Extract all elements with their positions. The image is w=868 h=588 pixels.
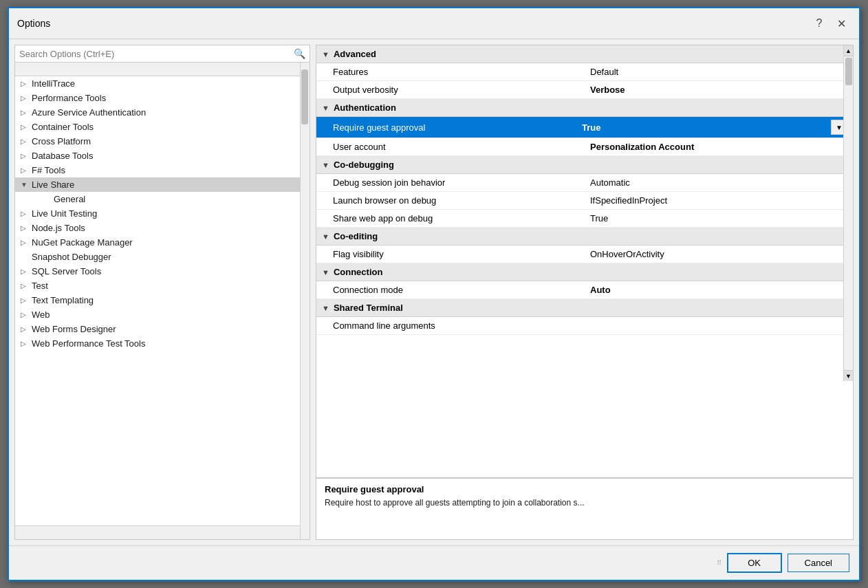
tree-scrollbar-thumb[interactable] [301,69,308,124]
collapse-icon-advanced: ▼ [322,50,329,58]
search-icon: 🔍 [294,48,305,59]
tree-item-label-live-unit-testing: Live Unit Testing [32,208,97,219]
tree-expand-icon-azure-service-auth: ▷ [21,109,32,116]
tree-item-fsharp-tools[interactable]: ▷F# Tools [15,163,310,177]
tree-expand-icon-nodejs-tools: ▷ [21,224,32,232]
collapse-icon-co-debugging: ▼ [322,161,329,169]
tree-item-performance-tools[interactable]: ▷Performance Tools [15,91,310,105]
tree-item-snapshot-debugger[interactable]: Snapshot Debugger [15,250,310,264]
cancel-button[interactable]: Cancel [788,554,849,572]
setting-label-share-web-app: Share web app on debug [333,213,590,224]
tree-item-label-azure-service-auth: Azure Service Authentication [32,107,146,118]
tree-expand-icon-text-templating: ▷ [21,296,32,304]
section-header-authentication[interactable]: ▼Authentication [316,99,853,117]
tree-expand-icon-intellitrace: ▷ [21,80,32,87]
setting-row-launch-browser[interactable]: Launch browser on debugIfSpecifiedInProj… [316,192,853,210]
setting-row-output-verbosity[interactable]: Output verbosityVerbose [316,81,853,99]
tree-item-test[interactable]: ▷Test [15,279,310,293]
setting-row-command-line-args[interactable]: Command line arguments [316,317,853,335]
right-scrollbar-thumb[interactable] [845,58,852,85]
tree-item-web-forms-designer[interactable]: ▷Web Forms Designer [15,322,310,336]
help-button[interactable]: ? [810,14,829,33]
section-label-connection: Connection [334,267,383,277]
search-input[interactable] [19,49,294,59]
dialog-title: Options [17,18,50,29]
tree-item-cross-platform[interactable]: ▷Cross Platform [15,134,310,149]
setting-value-require-guest-approval: True [582,122,831,133]
tree-expand-icon-web-performance-test-tools: ▷ [21,340,32,347]
tree-item-label-performance-tools: Performance Tools [32,93,106,103]
tree-expand-icon-fsharp-tools: ▷ [21,166,32,174]
tree-item-label-sql-server-tools: SQL Server Tools [32,266,101,276]
main-content: 🔍 ▲ ▷IntelliTrace▷Performance Tools▷Azur… [9,39,859,545]
left-panel: 🔍 ▲ ▷IntelliTrace▷Performance Tools▷Azur… [14,45,310,540]
setting-label-connection-mode: Connection mode [333,285,590,295]
tree-item-web[interactable]: ▷Web [15,307,310,322]
bottom-bar: ⠿ OK Cancel [9,545,859,580]
tree-item-label-intellitrace: IntelliTrace [32,78,75,89]
description-title: Require guest approval [325,484,845,494]
tree-item-azure-service-auth[interactable]: ▷Azure Service Authentication [15,105,310,120]
setting-value-connection-mode: Auto [590,285,847,295]
tree-item-database-tools[interactable]: ▷Database Tools [15,149,310,163]
setting-row-flag-visibility[interactable]: Flag visibilityOnHoverOrActivity [316,246,853,263]
tree-item-intellitrace[interactable]: ▷IntelliTrace [15,76,310,91]
setting-value-flag-visibility: OnHoverOrActivity [590,249,847,259]
tree-item-label-text-templating: Text Templating [32,295,94,305]
tree-item-label-live-share-general: General [54,194,85,204]
tree-item-live-share-general[interactable]: General [15,192,310,206]
section-label-advanced: Advanced [334,49,376,59]
setting-row-require-guest-approval[interactable]: Require guest approvalTrue▼ [316,117,853,138]
section-label-shared-terminal: Shared Terminal [334,303,403,313]
tree-item-label-database-tools: Database Tools [32,151,93,161]
setting-row-user-account[interactable]: User accountPersonalization Account [316,138,853,156]
section-header-co-editing[interactable]: ▼Co-editing [316,228,853,246]
collapse-icon-co-editing: ▼ [322,232,329,241]
setting-row-features[interactable]: FeaturesDefault [316,63,853,81]
setting-label-features: Features [333,67,590,77]
section-label-authentication: Authentication [334,102,396,113]
setting-row-share-web-app[interactable]: Share web app on debugTrue [316,210,853,228]
section-header-co-debugging[interactable]: ▼Co-debugging [316,156,853,174]
tree-item-sql-server-tools[interactable]: ▷SQL Server Tools [15,264,310,279]
tree-item-label-container-tools: Container Tools [32,122,94,132]
tree-expand-icon-web: ▷ [21,311,32,318]
settings-area: ▼AdvancedFeaturesDefaultOutput verbosity… [316,45,853,477]
ok-button[interactable]: OK [727,553,782,573]
setting-row-connection-mode[interactable]: Connection modeAuto [316,281,853,299]
tree-expand-icon-performance-tools: ▷ [21,94,32,102]
section-header-connection[interactable]: ▼Connection [316,263,853,281]
tree-item-live-share[interactable]: ▼Live Share [15,177,310,192]
setting-label-launch-browser: Launch browser on debug [333,195,590,206]
right-scroll-down-btn[interactable]: ▼ [844,370,853,381]
tree-item-nuget-package-manager[interactable]: ▷NuGet Package Manager [15,235,310,250]
settings-scroll: ▼AdvancedFeaturesDefaultOutput verbosity… [316,45,853,477]
close-button[interactable]: ✕ [832,14,851,33]
setting-value-share-web-app: True [590,213,847,224]
tree-item-text-templating[interactable]: ▷Text Templating [15,293,310,307]
tree-item-container-tools[interactable]: ▷Container Tools [15,120,310,134]
tree-expand-icon-live-unit-testing: ▷ [21,210,32,217]
tree-item-label-test: Test [32,281,48,291]
tree-item-nodejs-tools[interactable]: ▷Node.js Tools [15,221,310,235]
setting-row-debug-session-join[interactable]: Debug session join behaviorAutomatic [316,174,853,192]
section-label-co-debugging: Co-debugging [334,160,394,170]
tree-scroll-top: ▲ [15,63,310,76]
right-scroll-up-btn[interactable]: ▲ [844,45,853,56]
title-bar: Options ? ✕ [9,8,859,39]
tree-expand-icon-database-tools: ▷ [21,152,32,160]
tree-item-live-unit-testing[interactable]: ▷Live Unit Testing [15,206,310,221]
setting-value-output-verbosity: Verbose [590,85,847,95]
section-header-shared-terminal[interactable]: ▼Shared Terminal [316,299,853,317]
tree-item-web-performance-test-tools[interactable]: ▷Web Performance Test Tools [15,336,310,351]
setting-label-output-verbosity: Output verbosity [333,85,590,95]
section-header-advanced[interactable]: ▼Advanced [316,45,853,63]
resize-dots: ⠿ [717,559,721,567]
setting-label-debug-session-join: Debug session join behavior [333,177,590,188]
tree-expand-icon-container-tools: ▷ [21,123,32,131]
title-bar-buttons: ? ✕ [810,14,851,33]
section-label-co-editing: Co-editing [334,231,378,241]
collapse-icon-authentication: ▼ [322,104,329,112]
setting-value-features: Default [590,67,847,77]
right-panel: ▼AdvancedFeaturesDefaultOutput verbosity… [316,45,854,540]
